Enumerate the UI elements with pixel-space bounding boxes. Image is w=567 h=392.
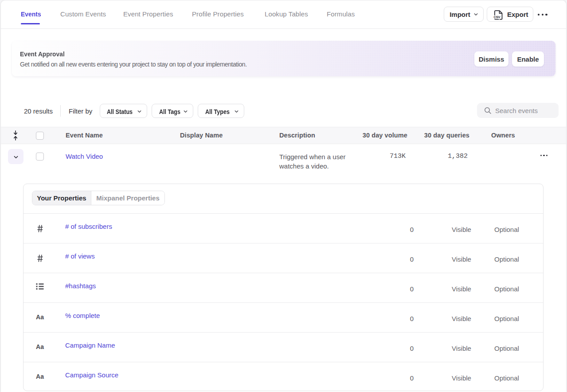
svg-text:CSV: CSV: [494, 15, 501, 19]
